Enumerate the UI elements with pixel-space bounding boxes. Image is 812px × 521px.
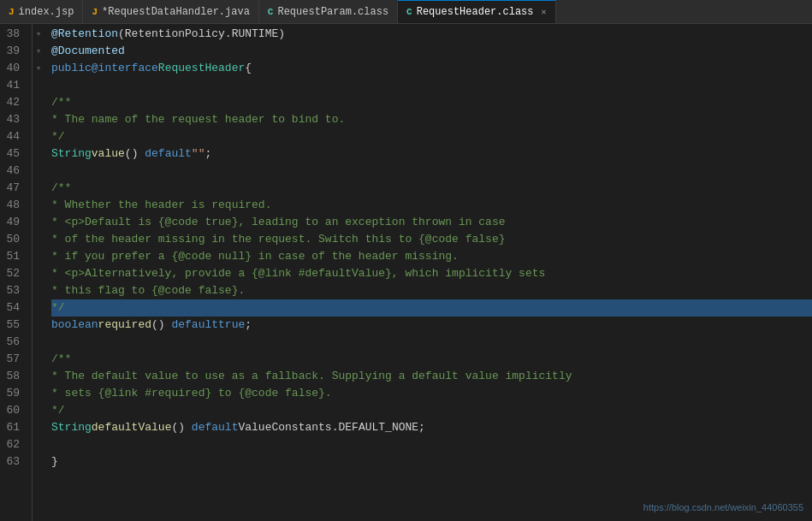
- code-line-54: */: [51, 299, 812, 317]
- tab-request-header-class[interactable]: CRequestHeader.class✕: [398, 0, 555, 23]
- code-line-57: /**: [51, 351, 812, 368]
- line-number-49: 49: [0, 214, 25, 231]
- line-number-44: 44: [0, 128, 25, 145]
- code-line-56: [51, 334, 812, 351]
- line-number-51: 51: [0, 248, 25, 265]
- keyword-token: boolean: [51, 317, 98, 334]
- line-number-62: 62: [0, 436, 25, 453]
- plain-token: (RetentionPolicy.RUNTIME): [118, 26, 285, 43]
- keyword-token: default: [171, 317, 218, 334]
- comment-token: * The default value to use as a fallback…: [51, 368, 572, 385]
- line-number-45: 45: [0, 145, 25, 163]
- code-line-46: [51, 163, 812, 180]
- tab-index-jsp[interactable]: Jindex.jsp: [0, 0, 83, 23]
- keyword-token: default: [145, 145, 192, 163]
- plain-token: ;: [245, 317, 252, 334]
- line-number-58: 58: [0, 368, 25, 385]
- comment-token: /**: [51, 351, 71, 368]
- code-line-45: String value() default "";: [51, 145, 812, 163]
- code-line-59: * sets {@link #required} to {@code false…: [51, 385, 812, 402]
- code-line-38: @Retention(RetentionPolicy.RUNTIME): [51, 26, 812, 43]
- code-line-61: String defaultValue() default ValueConst…: [51, 419, 812, 436]
- comment-token: * <p>Default is {@code true}, leading to…: [51, 214, 506, 231]
- line-number-41: 41: [0, 77, 25, 94]
- tab-icon: C: [406, 7, 412, 17]
- code-line-60: */: [51, 402, 812, 419]
- line-number-59: 59: [0, 385, 25, 402]
- code-line-58: * The default value to use as a fallback…: [51, 368, 812, 385]
- line-number-63: 63: [0, 453, 25, 471]
- keyword-token: public: [51, 60, 92, 77]
- code-line-53: * this flag to {@code false}.: [51, 282, 812, 299]
- keyword-token: true: [218, 317, 245, 334]
- line-number-56: 56: [0, 334, 25, 351]
- plain-token: }: [51, 453, 58, 471]
- code-line-50: * of the header missing in the request. …: [51, 231, 812, 248]
- comment-token: * if you prefer a {@code null} in case o…: [51, 248, 459, 265]
- comment-token: * this flag to {@code false}.: [51, 282, 245, 299]
- type-token: String: [51, 145, 92, 163]
- plain-token: (): [151, 317, 171, 334]
- line-number-39: 39: [0, 43, 25, 60]
- fold-indicator-42[interactable]: ▾: [33, 26, 44, 43]
- tab-label: index.jsp: [19, 6, 74, 18]
- code-line-55: boolean required() default true;: [51, 317, 812, 334]
- code-line-42: /**: [51, 94, 812, 111]
- comment-token: * sets {@link #required} to {@code false…: [51, 385, 332, 402]
- comment-token: */: [51, 402, 65, 419]
- code-line-51: * if you prefer a {@code null} in case o…: [51, 248, 812, 265]
- tab-request-data-handler[interactable]: J*RequestDataHandler.java: [83, 0, 258, 23]
- type-token: String: [51, 419, 92, 436]
- line-number-40: 40: [0, 60, 25, 77]
- comment-token: */: [51, 128, 65, 145]
- method-token: defaultValue: [92, 419, 172, 436]
- string-token: "": [192, 145, 205, 163]
- tab-request-param-class[interactable]: CRequestParam.class: [259, 0, 398, 23]
- plain-token: ValueConstants.DEFAULT_NONE;: [238, 419, 424, 436]
- type-token: RequestHeader: [158, 60, 245, 77]
- tab-bar: Jindex.jspJ*RequestDataHandler.javaCRequ…: [0, 0, 812, 24]
- fold-indicator-47[interactable]: ▾: [33, 43, 44, 60]
- line-number-54: 54: [0, 299, 25, 317]
- fold-indicator-57[interactable]: ▾: [33, 60, 44, 77]
- line-number-48: 48: [0, 197, 25, 214]
- line-number-55: 55: [0, 317, 25, 334]
- method-token: required: [98, 317, 151, 334]
- comment-token: */: [51, 299, 65, 317]
- comment-token: /**: [51, 180, 71, 197]
- plain-token: {: [245, 60, 252, 77]
- method-token: value: [92, 145, 125, 163]
- comment-token: * of the header missing in the request. …: [51, 231, 506, 248]
- line-number-53: 53: [0, 282, 25, 299]
- keyword-token: default: [192, 419, 239, 436]
- code-line-62: [51, 436, 812, 453]
- line-number-57: 57: [0, 351, 25, 368]
- comment-token: * Whether the header is required.: [51, 197, 271, 214]
- keyword-token: @interface: [92, 60, 158, 77]
- plain-token: (): [171, 419, 191, 436]
- tab-label: *RequestDataHandler.java: [102, 6, 250, 18]
- code-line-48: * Whether the header is required.: [51, 197, 812, 214]
- line-number-47: 47: [0, 180, 25, 197]
- line-number-50: 50: [0, 231, 25, 248]
- code-line-39: @Documented: [51, 43, 812, 60]
- tab-label: RequestParam.class: [277, 6, 388, 18]
- comment-token: /**: [51, 94, 71, 111]
- comment-token: * The name of the request header to bind…: [51, 111, 345, 128]
- code-line-44: */: [51, 128, 812, 145]
- watermark: https://blog.csdn.net/weixin_44060355: [643, 502, 803, 512]
- tab-close-icon[interactable]: ✕: [542, 7, 547, 17]
- line-number-52: 52: [0, 265, 25, 282]
- code-line-49: * <p>Default is {@code true}, leading to…: [51, 214, 812, 231]
- tab-icon: J: [9, 7, 15, 17]
- editor-area: 3839404142434445464748495051525354555657…: [0, 24, 812, 521]
- code-line-63: }: [51, 453, 812, 471]
- annotation-token: @Documented: [51, 43, 125, 60]
- code-line-47: /**: [51, 180, 812, 197]
- line-number-61: 61: [0, 419, 25, 436]
- code-content: @Retention(RetentionPolicy.RUNTIME)@Docu…: [44, 24, 812, 521]
- code-line-41: [51, 77, 812, 94]
- line-number-38: 38: [0, 26, 25, 43]
- plain-token: ;: [204, 145, 211, 163]
- fold-gutter: ▾▾▾: [33, 24, 44, 521]
